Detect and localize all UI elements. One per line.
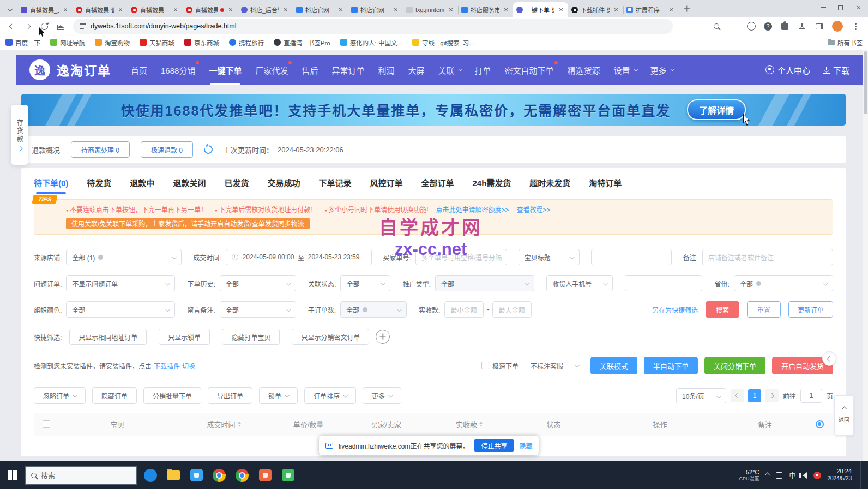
order-history-select[interactable]: 全部 xyxy=(220,275,296,291)
receiver-phone-input[interactable] xyxy=(625,275,702,291)
forward-button[interactable] xyxy=(21,19,35,33)
taskbar-file-explorer-icon[interactable] xyxy=(162,461,185,489)
decrypt-quota-link[interactable]: 点击此处申请解密额度>> xyxy=(436,205,509,214)
browser-tab[interactable]: 抖店_后台管理 xyxy=(238,2,293,17)
tab-24h-ship[interactable]: 24h需发货 xyxy=(472,177,511,194)
zoom-icon[interactable] xyxy=(712,21,721,31)
volume-icon[interactable] xyxy=(803,472,807,479)
tray-pen-icon[interactable] xyxy=(776,472,782,479)
bookmark-item[interactable]: 直播湾 - 书签Pro xyxy=(274,38,330,47)
tab-close-icon[interactable] xyxy=(337,6,345,14)
bookmark-item[interactable]: 网址导航 xyxy=(50,38,85,47)
nav-relation[interactable]: 关联 xyxy=(438,55,461,85)
next-page-button[interactable] xyxy=(765,389,779,402)
more-actions-button[interactable]: 更多 xyxy=(363,387,401,404)
tab-risk-orders[interactable]: 风控订单 xyxy=(370,177,402,194)
site-logo[interactable]: 逸 xyxy=(29,59,50,80)
back-button[interactable] xyxy=(4,19,19,33)
source-shop-select[interactable]: 全部 (1) xyxy=(66,249,182,265)
save-quick-filter-link[interactable]: 另存为快捷筛选 xyxy=(652,305,698,314)
goto-page-input[interactable]: 1 xyxy=(800,389,822,403)
search-button[interactable]: 搜索 xyxy=(706,301,739,318)
checkbox-icon[interactable] xyxy=(481,362,489,369)
tab-pending-order[interactable]: 待下单(0) xyxy=(34,177,68,194)
ime-indicator[interactable]: 中 xyxy=(789,470,795,480)
window-maximize-icon[interactable] xyxy=(838,5,843,10)
tab-taote-orders[interactable]: 淘特订单 xyxy=(589,177,622,194)
column-settings-button[interactable] xyxy=(806,420,833,428)
current-page-button[interactable]: 1 xyxy=(748,389,761,402)
promo-type-select[interactable]: 全部 xyxy=(435,275,534,291)
tab-order-history[interactable]: 下单记录 xyxy=(318,177,351,194)
refresh-icon[interactable] xyxy=(202,144,214,156)
bookmark-item[interactable]: 天猫商城 xyxy=(140,38,174,47)
tab-all-orders[interactable]: 全部订单 xyxy=(421,177,454,194)
side-panel-icon[interactable] xyxy=(815,21,824,31)
batch-distribution-order-button[interactable]: 分销批量下单 xyxy=(143,387,201,404)
tab-close-icon[interactable] xyxy=(227,6,234,14)
browser-tab[interactable]: 直播效果 xyxy=(183,2,238,17)
lock-order-button[interactable]: 锁单 xyxy=(259,387,298,404)
nav-print-order[interactable]: 打单 xyxy=(475,55,491,85)
nav-one-click-order[interactable]: 一键下单 xyxy=(209,55,242,85)
download-plugin-link[interactable]: 下载插件 xyxy=(154,361,180,371)
download-link[interactable]: 下载 xyxy=(823,64,849,76)
collapse-panel-handle[interactable] xyxy=(822,351,836,366)
remark-input[interactable]: 店铺备注或者软件备注 xyxy=(702,249,833,265)
browser-tab[interactable]: 抖店官网 - 1 xyxy=(293,2,348,17)
nav-profit[interactable]: 利润 xyxy=(378,55,394,85)
stock-payment-side-tab[interactable]: 存货款 xyxy=(11,105,28,165)
taskbar-clock[interactable]: 20:24 2024/5/23 xyxy=(828,468,852,482)
flag-color-select[interactable]: 全部 xyxy=(66,301,175,318)
tab-overdue-unshipped[interactable]: 超时未发货 xyxy=(529,177,570,194)
page-scrollbar[interactable] xyxy=(863,50,868,461)
province-select[interactable]: 全部 xyxy=(734,275,833,291)
browser-tab[interactable]: fxg.jinritema xyxy=(403,2,458,17)
tab-close-icon[interactable] xyxy=(612,6,620,14)
taskbar-search-box[interactable]: 搜索 xyxy=(25,466,137,485)
view-tutorial-link[interactable]: 查看教程>> xyxy=(517,205,551,214)
prev-page-button[interactable] xyxy=(731,389,744,402)
browser-tab[interactable]: 抖店服务市场 xyxy=(458,2,513,17)
page-size-select[interactable]: 10条/页 xyxy=(676,388,726,403)
deal-time-range-picker[interactable]: 2024-05-09 00:00 至 2024-05-23 23:59 xyxy=(226,249,372,265)
help-icon[interactable]: ? xyxy=(764,22,772,31)
item-title-select[interactable]: 宝贝标题 xyxy=(519,249,580,265)
tab-close-icon[interactable] xyxy=(392,6,400,14)
sort-icon[interactable] xyxy=(479,422,483,426)
col-deal-time[interactable]: 成交时间 xyxy=(176,419,272,430)
update-orders-button[interactable]: 更新订单 xyxy=(788,301,833,318)
tab-to-ship[interactable]: 待发货 xyxy=(87,177,111,194)
back-to-top-widget[interactable]: 返回 xyxy=(834,395,854,436)
tab-close-icon[interactable] xyxy=(502,6,510,14)
bookmark-item[interactable]: 百度一下 xyxy=(5,38,40,47)
hide-order-button[interactable]: 隐藏订单 xyxy=(92,387,137,404)
new-tab-button[interactable] xyxy=(680,2,694,15)
nav-home[interactable]: 首页 xyxy=(131,55,147,85)
profile-check-icon[interactable] xyxy=(746,21,756,31)
scrollbar-thumb[interactable] xyxy=(864,51,867,114)
browser-tab[interactable]: 直播效果 xyxy=(128,2,183,17)
taskbar-chrome-icon-2[interactable] xyxy=(231,461,254,489)
browser-tab-active[interactable]: 一键下单-逸 xyxy=(513,2,568,17)
taskbar-store-app-icon[interactable] xyxy=(185,461,208,489)
browser-menu-icon[interactable] xyxy=(851,21,860,31)
service-mark-select[interactable]: 不标注客服 xyxy=(525,357,584,374)
bookmark-item[interactable]: 淘宝购物 xyxy=(95,38,130,47)
tray-expand-icon[interactable] xyxy=(765,473,769,477)
taskbar-chrome-icon[interactable] xyxy=(208,461,231,489)
bookmark-item[interactable]: 京东商城 xyxy=(184,38,219,47)
nav-after-sales[interactable]: 售后 xyxy=(302,55,318,85)
tab-close-icon[interactable] xyxy=(282,6,290,14)
browser-tab[interactable]: 直播效果_三 xyxy=(17,2,73,17)
switch-plugin-link[interactable]: 切换 xyxy=(182,361,195,371)
receiver-phone-select[interactable]: 收货人手机号 xyxy=(546,275,613,291)
nav-more[interactable]: 更多 xyxy=(650,55,673,85)
max-amount-input[interactable]: 最大金额 xyxy=(492,301,532,318)
tab-refund-closed[interactable]: 退款关闭 xyxy=(173,177,206,194)
taskbar-wps-icon[interactable] xyxy=(254,461,276,489)
browser-tab[interactable]: 下载插件-逸 xyxy=(568,2,623,17)
address-bar[interactable]: dywebs.1tsoft.com/douyin-web/pages/trade… xyxy=(73,19,673,34)
nav-1688-distribution[interactable]: 1688分销 xyxy=(161,55,195,85)
col-paid-amount[interactable]: 实收款 xyxy=(427,419,511,430)
